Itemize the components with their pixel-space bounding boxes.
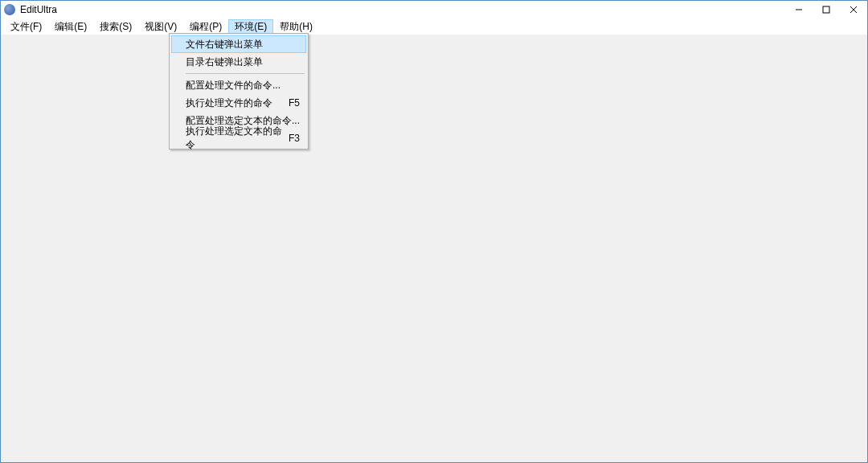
app-icon — [4, 4, 15, 15]
menu-edit[interactable]: 编辑(E) — [48, 19, 93, 34]
dropdown-item-label: 目录右键弹出菜单 — [186, 55, 263, 69]
dropdown-item-label: 执行处理文件的命令 — [186, 96, 272, 110]
environment-dropdown: 文件右键弹出菜单 目录右键弹出菜单 配置处理文件的命令... 执行处理文件的命令… — [169, 33, 309, 150]
dropdown-separator — [186, 73, 305, 74]
menu-view[interactable]: 视图(V) — [138, 19, 183, 34]
menu-program[interactable]: 编程(P) — [183, 19, 228, 34]
content-area — [1, 35, 867, 462]
dropdown-item-shortcut: F3 — [289, 133, 300, 144]
menubar: 文件(F) 编辑(E) 搜索(S) 视图(V) 编程(P) 环境(E) 帮助(H… — [1, 18, 867, 35]
menu-file[interactable]: 文件(F) — [4, 19, 48, 34]
minimize-button[interactable] — [785, 1, 813, 18]
dropdown-item-label: 文件右键弹出菜单 — [186, 38, 263, 51]
window-title: EditUltra — [20, 4, 57, 15]
menu-search[interactable]: 搜索(S) — [93, 19, 138, 34]
titlebar: EditUltra — [1, 1, 867, 18]
dropdown-item-shortcut: F5 — [289, 97, 300, 109]
menu-help[interactable]: 帮助(H) — [273, 19, 319, 34]
menu-environment[interactable]: 环境(E) — [228, 19, 273, 34]
maximize-button[interactable] — [813, 1, 840, 18]
dropdown-item-run-text-cmd[interactable]: 执行处理选定文本的命令 F3 — [171, 129, 306, 147]
dropdown-item-file-context-menu[interactable]: 文件右键弹出菜单 — [171, 35, 306, 53]
dropdown-item-dir-context-menu[interactable]: 目录右键弹出菜单 — [171, 53, 306, 71]
dropdown-item-run-file-cmd[interactable]: 执行处理文件的命令 F5 — [171, 94, 306, 112]
dropdown-item-label: 执行处理选定文本的命令 — [186, 125, 289, 152]
svg-rect-1 — [823, 6, 829, 13]
close-button[interactable] — [840, 1, 867, 18]
dropdown-item-config-file-cmd[interactable]: 配置处理文件的命令... — [171, 76, 306, 94]
window-controls — [785, 1, 867, 18]
dropdown-item-label: 配置处理文件的命令... — [186, 79, 280, 92]
